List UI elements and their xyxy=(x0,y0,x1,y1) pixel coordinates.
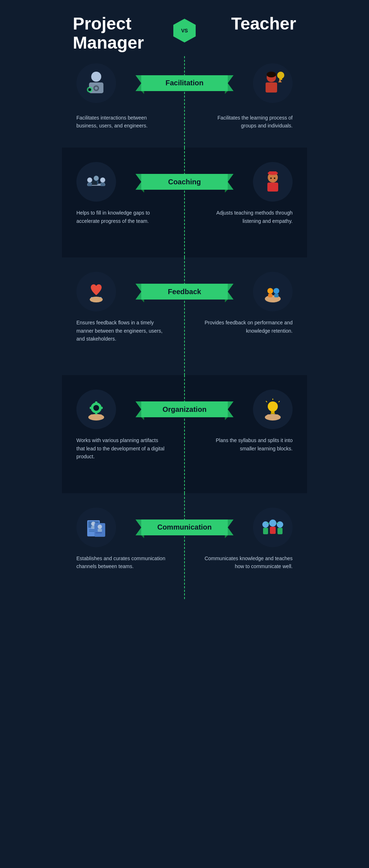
coaching-banner: Coaching xyxy=(141,174,228,190)
pm-coaching-icon xyxy=(76,162,116,202)
svg-rect-45 xyxy=(95,412,97,414)
svg-rect-22 xyxy=(92,181,97,184)
svg-rect-49 xyxy=(266,414,279,419)
organization-left-text: Works with various planning artifacts th… xyxy=(76,436,167,460)
svg-text:!: ! xyxy=(280,80,280,83)
feedback-left-text: Ensures feedback flows in a timely manne… xyxy=(76,319,167,343)
svg-point-28 xyxy=(270,177,272,179)
svg-rect-67 xyxy=(270,527,276,534)
svg-point-2 xyxy=(91,72,101,82)
svg-point-38 xyxy=(274,288,279,294)
feedback-banner: Feedback xyxy=(141,284,228,300)
svg-text:VS: VS xyxy=(181,28,188,33)
teacher-organization-icon xyxy=(253,390,293,429)
svg-rect-52 xyxy=(271,413,275,414)
svg-point-29 xyxy=(274,177,275,179)
communication-label: Communication xyxy=(157,523,212,531)
svg-point-66 xyxy=(269,520,276,527)
section-feedback: Feedback xyxy=(62,257,307,375)
svg-point-43 xyxy=(93,405,99,411)
svg-point-68 xyxy=(262,521,269,528)
communication-banner: Communication xyxy=(141,520,228,535)
section-facilitation: Facilitation xyxy=(62,56,307,148)
svg-rect-26 xyxy=(269,171,276,173)
coaching-content: Helps to fill in knowledge gaps to accel… xyxy=(62,205,307,236)
header-left: Project Manager xyxy=(73,14,170,53)
svg-point-50 xyxy=(268,401,278,411)
facilitation-content: Facilitates interactions between busines… xyxy=(62,110,307,137)
svg-point-16 xyxy=(87,177,92,183)
facilitation-right-text: Facilitates the learning process of grou… xyxy=(202,114,293,130)
facilitation-banner: Facilitation xyxy=(141,75,228,91)
facilitation-left-text: Facilitates interactions between busines… xyxy=(76,114,167,130)
page-wrapper: Project Manager VS Teacher xyxy=(62,0,307,599)
svg-rect-71 xyxy=(277,528,283,534)
facilitation-label: Facilitation xyxy=(165,79,204,87)
svg-point-63 xyxy=(98,525,102,529)
svg-line-55 xyxy=(266,401,267,402)
organization-content: Works with various planning artifacts th… xyxy=(62,433,307,471)
svg-rect-33 xyxy=(93,297,100,301)
section-organization: Organization xyxy=(62,375,307,493)
teacher-title: Teacher xyxy=(199,14,296,33)
teacher-facilitation-icon: ! xyxy=(253,63,293,103)
svg-rect-47 xyxy=(101,407,103,409)
project-manager-title: Project Manager xyxy=(73,14,170,53)
svg-rect-21 xyxy=(101,183,105,186)
teacher-communication-icon xyxy=(253,508,293,547)
svg-point-10 xyxy=(267,72,276,77)
svg-point-11 xyxy=(277,72,284,79)
feedback-right-text: Provides feedback on performance and kno… xyxy=(202,319,293,343)
organization-label: Organization xyxy=(163,405,206,414)
pm-communication-icon xyxy=(76,508,116,547)
organization-banner: Organization xyxy=(141,401,228,417)
teacher-coaching-icon xyxy=(253,162,293,202)
svg-line-54 xyxy=(279,401,280,402)
svg-rect-46 xyxy=(90,407,92,409)
svg-rect-69 xyxy=(263,528,268,534)
svg-point-18 xyxy=(94,176,99,181)
section-communication: Communication xyxy=(62,493,307,599)
svg-rect-9 xyxy=(266,82,277,93)
pm-feedback-icon xyxy=(76,272,116,311)
coaching-right-text: Adjusts teaching methods through listeni… xyxy=(202,209,293,225)
svg-rect-27 xyxy=(267,183,278,192)
coaching-label: Coaching xyxy=(168,178,201,186)
pm-organization-icon xyxy=(76,390,116,429)
svg-rect-39 xyxy=(274,294,279,297)
vs-badge: VS xyxy=(172,18,197,43)
svg-point-5 xyxy=(95,87,98,90)
teacher-feedback-icon xyxy=(253,272,293,311)
svg-rect-64 xyxy=(98,529,102,532)
section-coaching: Coaching xyxy=(62,148,307,257)
svg-rect-23 xyxy=(92,184,97,185)
svg-point-70 xyxy=(277,521,283,528)
feedback-content: Ensures feedback flows in a timely manne… xyxy=(62,315,307,354)
header-right: Teacher xyxy=(199,14,296,33)
svg-point-36 xyxy=(267,288,273,294)
svg-rect-41 xyxy=(90,414,103,419)
svg-point-7 xyxy=(88,88,91,91)
feedback-label: Feedback xyxy=(168,288,201,296)
communication-content: Establishes and curates communication ch… xyxy=(62,551,307,581)
svg-rect-44 xyxy=(95,401,97,404)
svg-rect-61 xyxy=(89,531,94,532)
organization-right-text: Plans the syllabus and splits it into sm… xyxy=(202,436,293,460)
coaching-left-text: Helps to fill in knowledge gaps to accel… xyxy=(76,209,167,225)
svg-rect-51 xyxy=(271,411,275,413)
svg-rect-37 xyxy=(268,294,272,297)
pm-facilitation-icon xyxy=(76,63,116,103)
svg-rect-65 xyxy=(95,532,102,533)
communication-left-text: Establishes and curates communication ch… xyxy=(76,554,167,571)
svg-point-20 xyxy=(100,177,105,183)
svg-rect-17 xyxy=(88,183,92,186)
communication-right-text: Communicates knowledge and teaches how t… xyxy=(202,554,293,571)
